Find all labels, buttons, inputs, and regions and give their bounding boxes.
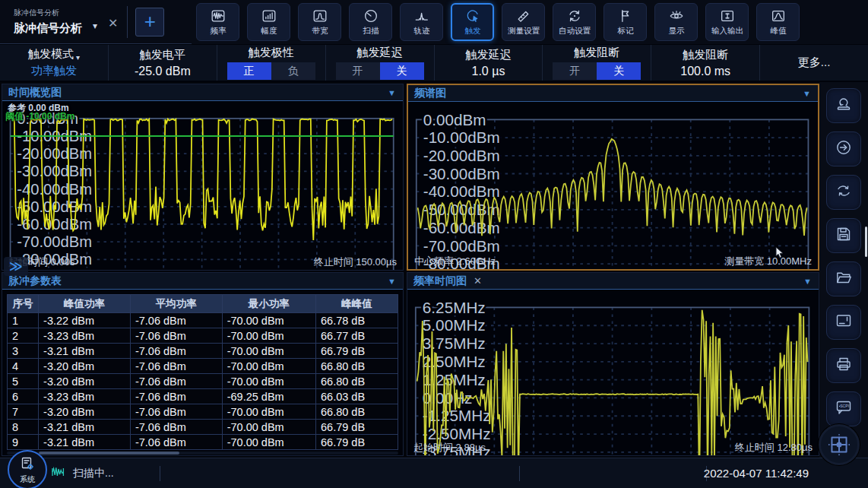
statusbar: 扫描中... 2022-04-07 11:42:49 — [0, 458, 868, 488]
submenu-item-6[interactable]: 触发阻断100.0 ms — [651, 45, 760, 81]
toolbar-button-frequency[interactable]: 频率 — [196, 3, 239, 41]
submenu-label: 触发延迟 — [357, 46, 403, 60]
column-header[interactable]: 峰值功率 — [39, 295, 131, 313]
toolbar-button-io[interactable]: 输入输出 — [705, 3, 749, 41]
panel-close-icon[interactable]: ✕ — [474, 275, 482, 287]
collapse-caret-icon[interactable]: ▼ — [388, 88, 396, 97]
open-folder-button[interactable] — [826, 261, 861, 296]
toggle-option-关[interactable]: 关 — [597, 62, 641, 80]
submenu-item-1[interactable]: 触发电平-25.0 dBm — [109, 45, 217, 81]
collapse-caret-icon[interactable]: ▼ — [803, 89, 811, 98]
column-header[interactable]: 序号 — [8, 295, 39, 313]
svg-text:-30.00dBm: -30.00dBm — [423, 165, 500, 182]
table-cell: -7.06 dBm — [130, 359, 222, 374]
toolbar-button-marker[interactable]: 标记 — [603, 3, 647, 41]
scpi-button[interactable]: SCPI — [826, 391, 861, 426]
table-row[interactable]: 7-3.20 dBm-7.06 dBm-70.00 dBm66.80 dB — [8, 404, 398, 420]
save-icon — [835, 225, 853, 246]
table-row[interactable]: 6-3.23 dBm-7.06 dBm-69.25 dBm66.03 dB — [8, 389, 398, 404]
column-header[interactable]: 峰峰值 — [316, 295, 398, 313]
bandwidth-icon — [312, 8, 328, 24]
run-button[interactable] — [826, 132, 861, 166]
table-row[interactable]: 2-3.23 dBm-7.06 dBm-70.00 dBm66.77 dB — [8, 328, 398, 344]
sidebar-scroll-thumb[interactable] — [865, 227, 867, 257]
toggle-option-负[interactable]: 负 — [271, 62, 315, 80]
spectrum-panel: 频谱图 ▼ 0.00dBm-10.00dBm-20.00dBm-30.00dBm… — [407, 84, 819, 271]
scanning-wave-icon — [52, 466, 67, 480]
table-cell: -70.00 dBm — [222, 344, 315, 359]
column-header[interactable]: 平均功率 — [130, 295, 222, 313]
save-button[interactable] — [826, 218, 861, 253]
pulse-table-titlebar[interactable]: 脉冲参数表 ▼ — [2, 273, 403, 290]
table-row[interactable]: 3-3.21 dBm-7.06 dBm-70.00 dBm66.79 dB — [8, 344, 398, 359]
tab-divider — [127, 6, 128, 38]
svg-text:-30.00dBm: -30.00dBm — [17, 163, 92, 179]
system-icon — [19, 455, 36, 475]
submenu-value: 1.0 µs — [471, 65, 505, 78]
more-button[interactable]: 更多... — [798, 55, 831, 70]
peak-icon — [770, 8, 787, 24]
submenu-value: 功率触发 — [31, 64, 77, 78]
mode-tab-bar: 脉冲信号分析 脉冲信号分析 ▾ ✕ + — [0, 0, 192, 44]
toggle-option-开[interactable]: 开 — [553, 62, 597, 80]
toolbar-button-bandwidth[interactable]: 带宽 — [298, 3, 341, 41]
table-cell: -7.06 dBm — [130, 435, 222, 450]
toolbar-button-sweep[interactable]: 扫描 — [349, 3, 392, 41]
submenu-value: -25.0 dBm — [135, 65, 191, 78]
print-button[interactable] — [826, 348, 861, 383]
table-cell: -3.20 dBm — [39, 359, 131, 374]
table-row[interactable]: 9-3.21 dBm-7.06 dBm-70.00 dBm66.79 dB — [8, 435, 398, 450]
toolbar-button-measure-setup[interactable]: 测量设置 — [502, 3, 545, 41]
scrollbar-thumb[interactable] — [39, 452, 179, 455]
pulse-parameter-table: 序号峰值功率平均功率最小功率峰峰值1-3.22 dBm-7.06 dBm-70.… — [7, 294, 398, 450]
toolbar-button-peak[interactable]: 峰值 — [756, 3, 800, 41]
column-header[interactable]: 最小功率 — [222, 295, 315, 313]
add-tab-button[interactable]: + — [135, 8, 164, 36]
toggle-option-开[interactable]: 开 — [336, 62, 380, 80]
collapse-caret-icon[interactable]: ▼ — [388, 277, 396, 286]
preset-button[interactable] — [826, 88, 861, 123]
panel-expander-handle[interactable]: ≫ — [4, 257, 28, 276]
collapse-caret-icon[interactable]: ▼ — [803, 277, 812, 286]
toolbar-button-label: 自动设置 — [558, 25, 590, 36]
time-overview-titlebar[interactable]: 时间概览图 ▼ — [2, 84, 403, 101]
spectrum-titlebar[interactable]: 频谱图 ▼ — [408, 85, 818, 102]
system-button[interactable]: 系统 — [8, 450, 47, 488]
panel-title: 频谱图 — [414, 87, 446, 100]
toolbar: 频率幅度带宽扫描轨迹触发测量设置自动设置标记显示输入输出峰值 — [196, 3, 800, 41]
toolbar-button-trace[interactable]: 轨迹 — [400, 3, 443, 41]
top-menubar: 脉冲信号分析 脉冲信号分析 ▾ ✕ + 频率幅度带宽扫描轨迹触发测量设置自动设置… — [0, 0, 868, 44]
submenu-item-4[interactable]: 触发延迟1.0 µs — [435, 45, 543, 81]
sync-button[interactable] — [826, 175, 861, 210]
submenu-item-0[interactable]: 触发模式▾功率触发 — [0, 45, 109, 81]
toolbar-button-label: 输入输出 — [711, 25, 743, 36]
toolbar-button-trigger[interactable]: 触发 — [451, 3, 494, 41]
screenshot-button[interactable] — [826, 305, 861, 340]
table-cell: -3.21 dBm — [39, 344, 131, 359]
table-cell: -3.21 dBm — [39, 435, 131, 450]
toolbar-button-display[interactable]: 显示 — [654, 3, 698, 41]
submenu-label: 触发电平 — [140, 48, 185, 62]
submenu-item-7[interactable]: 更多... — [760, 45, 868, 81]
tab-dropdown-caret-icon[interactable]: ▾ — [93, 21, 97, 31]
svg-text:-10.00dBm: -10.00dBm — [423, 128, 500, 146]
table-cell: 1 — [8, 313, 39, 328]
toggle-option-正[interactable]: 正 — [227, 62, 271, 80]
table-cell: 66.03 dB — [316, 389, 398, 404]
toggle-option-关[interactable]: 关 — [380, 62, 424, 80]
toolbar-button-amplitude[interactable]: 幅度 — [247, 3, 290, 41]
table-row[interactable]: 1-3.22 dBm-7.06 dBm-70.00 dBm66.78 dB — [8, 313, 398, 328]
table-horizontal-scrollbar[interactable] — [7, 452, 398, 455]
mode-tab[interactable]: 脉冲信号分析 脉冲信号分析 — [14, 8, 82, 36]
freq-time-titlebar[interactable]: 频率时间图 ✕ ▼ — [407, 273, 819, 290]
table-row[interactable]: 5-3.20 dBm-7.06 dBm-70.00 dBm66.80 dB — [8, 374, 398, 389]
toolbar-button-label: 频率 — [210, 25, 226, 36]
table-row[interactable]: 8-3.21 dBm-7.06 dBm-70.00 dBm66.79 dB — [8, 420, 398, 435]
toolbar-button-auto-setup[interactable]: 自动设置 — [553, 3, 596, 41]
right-sidebar: SCPI — [819, 82, 868, 458]
nav-cluster-button[interactable] — [819, 424, 860, 465]
threshold-level-label: 阈值 -10.00 dBm — [5, 110, 74, 123]
tab-close-icon[interactable]: ✕ — [108, 16, 118, 30]
table-cell: -70.00 dBm — [222, 359, 315, 374]
table-row[interactable]: 4-3.20 dBm-7.06 dBm-70.00 dBm66.80 dB — [8, 359, 398, 374]
